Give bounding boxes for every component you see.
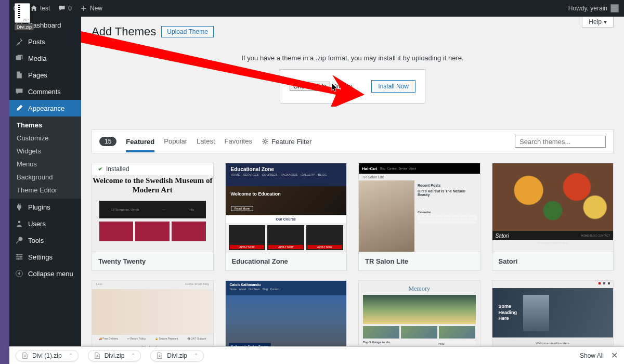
theme-card-leto[interactable]: LetoHome Shop Blog 🚚 Free Delivery↩ Retu… [92,280,214,357]
show-all-downloads[interactable]: Show All [580,352,604,359]
check-icon [97,166,103,172]
menu-tools[interactable]: Tools [9,232,81,249]
settings-icon [15,252,24,262]
comments-count: 0 [68,5,72,12]
menu-settings[interactable]: Settings [9,249,81,265]
menu-media[interactable]: Media [9,50,81,67]
chevron-up-icon[interactable]: ⌃ [131,353,135,358]
theme-screenshot: Welcome to the Swedish Museum of Modern … [92,163,213,252]
file-icon [94,352,101,359]
tools-icon [15,236,24,245]
theme-screenshot: Educational ZoneHOMESERVICESCOURSESPACKA… [226,163,347,252]
brush-icon [15,103,24,113]
help-tab[interactable]: Help▾ [582,17,614,28]
submenu-appearance: Themes Customize Widgets Menus Backgroun… [9,116,81,199]
submenu-customize[interactable]: Customize [9,132,81,145]
theme-filter-bar: 15 Featured Popular Latest Favorites Fea… [92,129,614,153]
close-download-bar[interactable]: ✕ [611,350,618,360]
tab-favorites[interactable]: Favorites [225,137,252,146]
download-item[interactable]: Divi.zip ⌃ [150,350,204,361]
file-icon [156,352,163,359]
download-item[interactable]: Divi.zip ⌃ [88,350,141,361]
theme-card-twenty-twenty[interactable]: Installed Welcome to the Swedish Museum … [92,163,214,271]
theme-grid-row2: LetoHome Shop Blog 🚚 Free Delivery↩ Retu… [92,280,614,357]
svg-point-10 [264,140,266,142]
submenu-theme-editor[interactable]: Theme Editor [9,184,81,197]
menu-dashboard[interactable]: Dashboard [9,17,81,33]
theme-name: Satori [492,252,614,270]
theme-screenshot: HairCutBlogContentServiceAbout TR Salon … [359,163,480,252]
svg-point-7 [18,258,19,259]
dashboard-icon [15,20,24,30]
install-now-button[interactable]: Install Now [371,80,415,93]
avatar [610,4,619,12]
tab-latest[interactable]: Latest [197,137,215,146]
home-icon [30,5,37,12]
feature-filter-button[interactable]: Feature Filter [262,138,311,146]
users-icon [15,219,24,228]
menu-appearance[interactable]: Appearance [9,100,81,116]
submenu-menus[interactable]: Menus [9,158,81,171]
theme-name: TR Salon Lite [359,252,480,270]
theme-card-agency[interactable]: SomeHeadingHere Welcome Headline Here [492,280,614,357]
theme-screenshot: Memory Top 5 things to doHelloworld [359,281,480,356]
theme-card-tr-salon-lite[interactable]: HairCutBlogContentServiceAbout TR Salon … [358,163,480,271]
menu-plugins[interactable]: Plugins [9,199,81,215]
theme-card-educational-zone[interactable]: Educational ZoneHOMESERVICESCOURSESPACKA… [225,163,347,271]
plugin-icon [15,202,24,212]
media-icon [15,54,24,63]
search-themes-input[interactable] [515,136,606,148]
menu-collapse[interactable]: Collapse menu [9,265,81,282]
file-icon [21,352,29,359]
theme-screenshot: Catch KathmanduHomeAboutOur TeamBlogCont… [226,281,347,356]
gear-icon [262,138,269,145]
theme-grid: Installed Welcome to the Swedish Museum … [92,163,614,271]
menu-posts[interactable]: Posts [9,33,81,50]
theme-screenshot: SatoriHOME BLOG CONTACT lorem ipsum dolo… [492,163,614,252]
svg-point-6 [20,256,22,257]
page-title: Add Themes [92,25,156,38]
chevron-up-icon[interactable]: ⌃ [69,353,73,358]
menu-users[interactable]: Users [9,215,81,232]
browser-left-strip [0,0,9,364]
wp-logo[interactable] [9,0,26,17]
admin-sidebar: Dashboard Posts Media Pages Comments App… [9,17,81,364]
chosen-file-name: Divi.zip [332,83,353,90]
menu-pages[interactable]: Pages [9,67,81,83]
theme-screenshot: SomeHeadingHere Welcome Headline Here [492,281,614,356]
svg-point-1 [18,220,21,223]
howdy-text: Howdy, yerain [568,5,607,12]
theme-card-catch-kathmandu[interactable]: Catch KathmanduHomeAboutOur TeamBlogCont… [225,280,347,357]
upload-theme-button[interactable]: Upload Theme [161,26,214,37]
theme-name: Educational Zone [226,252,347,270]
pin-icon [15,37,24,46]
chevron-up-icon[interactable]: ⌃ [194,353,198,358]
theme-count: 15 [99,137,116,146]
submenu-background[interactable]: Background [9,171,81,184]
comments-link[interactable]: 0 [54,0,76,17]
download-item[interactable]: Divi (1).zip ⌃ [16,350,79,361]
theme-card-satori[interactable]: SatoriHOME BLOG CONTACT lorem ipsum dolo… [492,163,614,271]
upload-hint: If you have a theme in a .zip format, yo… [92,54,614,62]
submenu-widgets[interactable]: Widgets [9,145,81,158]
wordpress-icon [14,4,22,12]
new-content-link[interactable]: New [76,0,107,17]
svg-point-5 [17,254,18,255]
chevron-down-icon: ▾ [604,18,607,25]
browser-download-bar: Divi (1).zip ⌃ Divi.zip ⌃ Divi.zip ⌃ Sho… [9,346,624,364]
installed-badge: Installed [92,163,213,175]
theme-card-memory[interactable]: Memory Top 5 things to doHelloworld [358,280,480,357]
choose-file-button[interactable]: Choose File [290,82,330,91]
site-name-link[interactable]: test [26,0,54,17]
comment-icon [58,5,66,12]
main-content: Help▾ Add Themes Upload Theme If you hav… [81,17,624,364]
account-link[interactable]: Howdy, yerain [568,4,624,12]
menu-comments[interactable]: Comments [9,83,81,100]
tab-popular[interactable]: Popular [164,137,187,146]
tab-featured[interactable]: Featured [126,138,154,152]
site-name: test [40,5,50,12]
submenu-themes[interactable]: Themes [9,119,81,132]
page-icon [15,70,24,80]
theme-name: Twenty Twenty [92,252,213,270]
wp-adminbar: test 0 New Howdy, yerain [9,0,624,17]
